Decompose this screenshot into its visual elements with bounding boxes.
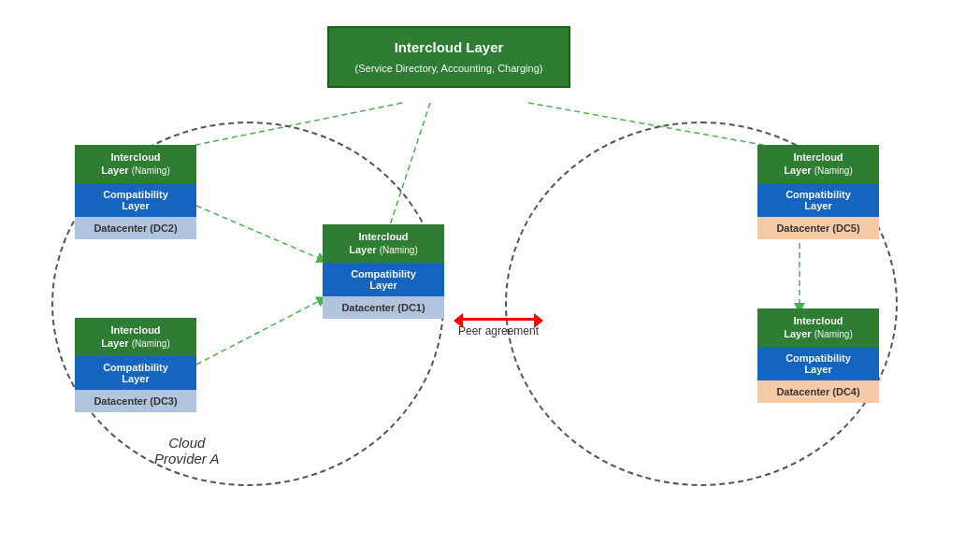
dc2-naming: (Naming) [132,165,170,176]
dc3-compatibility-layer: CompatibilityLayer [75,356,196,390]
dc5-intercloud-layer: IntercloudLayer (Naming) [757,145,879,183]
top-intercloud-title: Intercloud Layer [395,39,504,55]
dc2-stack: IntercloudLayer (Naming) CompatibilityLa… [75,145,196,239]
dc4-datacenter: Datacenter (DC4) [757,380,879,403]
peer-agreement-area: Peer agreement [458,318,539,339]
dc1-naming: (Naming) [380,245,418,255]
dc4-naming: (Naming) [814,329,853,339]
dc2-compatibility-layer: CompatibilityLayer [75,183,196,217]
dc4-intercloud-layer: IntercloudLayer (Naming) [757,308,879,347]
diagram-container: Intercloud Layer (Service Directory, Acc… [0,0,980,545]
dc3-stack: IntercloudLayer (Naming) CompatibilityLa… [75,318,196,412]
dc1-intercloud-layer: IntercloudLayer (Naming) [323,224,444,263]
top-intercloud-box: Intercloud Layer (Service Directory, Acc… [327,26,570,88]
dc1-compatibility-layer: CompatibilityLayer [323,263,444,296]
dc5-naming: (Naming) [814,165,853,176]
top-intercloud-subtitle: (Service Directory, Accounting, Charging… [355,63,543,74]
dc5-compatibility-layer: CompatibilityLayer [757,183,879,217]
peer-arrow-line [461,318,536,321]
dc1-stack: IntercloudLayer (Naming) CompatibilityLa… [323,224,444,319]
dc2-intercloud-layer: IntercloudLayer (Naming) [75,145,196,183]
dc2-datacenter: Datacenter (DC2) [75,217,196,239]
dc5-datacenter: Datacenter (DC5) [757,217,879,239]
dc3-datacenter: Datacenter (DC3) [75,390,196,412]
cloud-provider-a-label: CloudProvider A [154,435,219,466]
dc3-intercloud-layer: IntercloudLayer (Naming) [75,318,196,356]
dc5-stack: IntercloudLayer (Naming) CompatibilityLa… [757,145,879,239]
dc4-compatibility-layer: CompatibilityLayer [757,347,879,380]
dc4-stack: IntercloudLayer (Naming) CompatibilityLa… [757,308,879,403]
dc1-datacenter: Datacenter (DC1) [323,296,444,319]
peer-agreement-label: Peer agreement [458,324,539,339]
dc3-naming: (Naming) [132,338,170,349]
